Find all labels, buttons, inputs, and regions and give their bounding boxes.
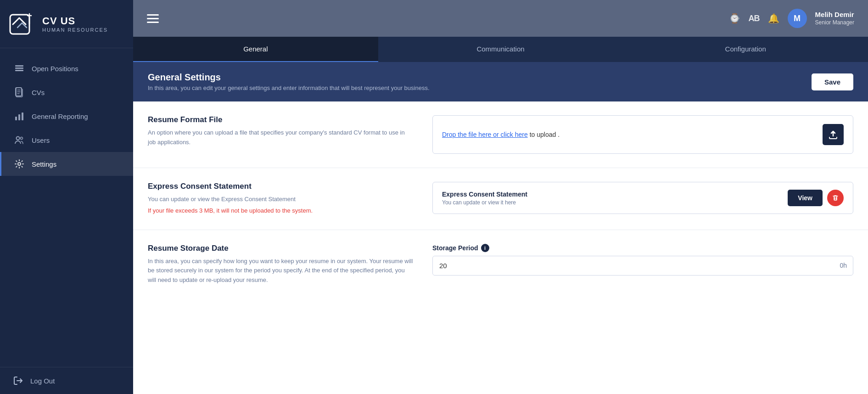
sidebar-footer: Log Out — [0, 367, 133, 394]
sidebar-label-open-positions: Open Positions — [32, 65, 78, 73]
storage-date-desc: In this area, you can specify how long y… — [148, 257, 414, 285]
consent-left: Express Consent Statement You can update… — [148, 182, 414, 216]
logo-subtitle: Human Resources — [42, 27, 108, 33]
svg-rect-3 — [15, 68, 23, 69]
hamburger-menu[interactable] — [147, 14, 159, 23]
sidebar-nav: Open Positions CVs General Reporting — [0, 48, 133, 367]
history-icon[interactable]: ⌚ — [729, 13, 740, 24]
tab-configuration[interactable]: Configuration — [623, 37, 868, 62]
logout-label: Log Out — [30, 377, 55, 385]
translate-icon[interactable]: AB — [749, 14, 760, 23]
sidebar: CV US Human Resources Open Positions — [0, 0, 133, 394]
svg-rect-4 — [15, 65, 23, 67]
storage-date-right: Storage Period i 0h — [432, 244, 853, 276]
svg-point-10 — [21, 137, 23, 140]
upload-text: Drop the file here or click here to uplo… — [442, 131, 560, 138]
notification-icon[interactable]: 🔔 — [768, 13, 779, 24]
chart-icon — [14, 111, 24, 121]
gear-icon — [14, 159, 24, 169]
document-icon — [14, 87, 24, 97]
storage-date-section: Resume Storage Date In this area, you ca… — [133, 230, 868, 299]
layers-icon — [14, 63, 24, 73]
consent-box-subtitle: You can update or view it here — [442, 199, 527, 206]
consent-info: Express Consent Statement You can update… — [442, 191, 527, 206]
resume-format-section: Resume Format File An option where you c… — [133, 101, 868, 168]
consent-right: Express Consent Statement You can update… — [432, 182, 853, 214]
tab-communication[interactable]: Communication — [378, 37, 623, 62]
user-name: Melih Demir — [815, 10, 854, 19]
tab-general[interactable]: General — [133, 37, 378, 62]
trash-icon — [832, 194, 839, 202]
topbar-right: ⌚ AB 🔔 M Melih Demir Senior Manager — [729, 9, 854, 28]
storage-input-wrap: 0h — [432, 256, 853, 276]
svg-rect-8 — [22, 113, 23, 120]
storage-date-left: Resume Storage Date In this area, you ca… — [148, 244, 414, 285]
svg-rect-7 — [18, 114, 20, 120]
users-icon — [14, 135, 24, 145]
settings-title: General Settings — [148, 72, 430, 83]
delete-button[interactable] — [827, 190, 844, 206]
settings-description: In this area, you can edit your general … — [148, 84, 430, 91]
sidebar-item-general-reporting[interactable]: General Reporting — [0, 104, 133, 128]
logo-area: CV US Human Resources — [0, 0, 133, 48]
save-button[interactable]: Save — [812, 73, 853, 90]
avatar: M — [788, 9, 807, 28]
storage-date-title: Resume Storage Date — [148, 244, 414, 253]
sidebar-item-cvs[interactable]: CVs — [0, 80, 133, 104]
sidebar-label-settings: Settings — [32, 160, 56, 168]
consent-statement-section: Express Consent Statement You can update… — [133, 168, 868, 230]
logout-icon — [13, 376, 23, 386]
view-button[interactable]: View — [788, 190, 823, 206]
settings-header-text: General Settings In this area, you can e… — [148, 72, 430, 91]
sidebar-item-settings[interactable]: Settings — [0, 152, 133, 176]
upload-icon — [828, 129, 838, 140]
storage-period-label: Storage Period i — [432, 244, 853, 252]
resume-format-left: Resume Format File An option where you c… — [148, 115, 414, 147]
consent-desc: You can update or view the Express Conse… — [148, 195, 414, 216]
consent-actions: View — [788, 190, 844, 206]
svg-point-11 — [18, 163, 21, 165]
settings-content: General Settings In this area, you can e… — [133, 62, 868, 394]
main-content: ⌚ AB 🔔 M Melih Demir Senior Manager Gene… — [133, 0, 868, 394]
consent-box-title: Express Consent Statement — [442, 191, 527, 198]
tab-navigation: General Communication Configuration — [133, 37, 868, 62]
sidebar-item-open-positions[interactable]: Open Positions — [0, 56, 133, 80]
resume-format-right: Drop the file here or click here to uplo… — [432, 115, 853, 154]
user-role: Senior Manager — [815, 19, 854, 27]
user-info: Melih Demir Senior Manager — [815, 10, 854, 26]
topbar: ⌚ AB 🔔 M Melih Demir Senior Manager — [133, 0, 868, 37]
sidebar-label-users: Users — [32, 136, 50, 144]
settings-header: General Settings In this area, you can e… — [133, 62, 868, 101]
svg-rect-2 — [15, 70, 23, 71]
upload-button[interactable] — [823, 124, 844, 145]
storage-input[interactable] — [432, 256, 853, 276]
resume-format-title: Resume Format File — [148, 115, 414, 124]
svg-point-9 — [17, 137, 20, 140]
logout-button[interactable]: Log Out — [13, 376, 120, 386]
info-icon: i — [481, 244, 489, 252]
upload-box[interactable]: Drop the file here or click here to uplo… — [432, 115, 853, 154]
logo-icon — [9, 10, 37, 38]
svg-rect-6 — [15, 117, 17, 120]
sidebar-label-cvs: CVs — [32, 89, 45, 96]
logo-text: CV US Human Resources — [42, 15, 108, 33]
resume-format-desc: An option where you can upload a file th… — [148, 128, 414, 147]
sidebar-item-users[interactable]: Users — [0, 128, 133, 152]
topbar-left — [147, 14, 159, 23]
consent-box: Express Consent Statement You can update… — [432, 182, 853, 214]
upload-link[interactable]: Drop the file here or click here — [442, 131, 528, 138]
logo-title: CV US — [42, 15, 108, 27]
consent-title: Express Consent Statement — [148, 182, 414, 191]
sidebar-label-general-reporting: General Reporting — [32, 113, 88, 120]
